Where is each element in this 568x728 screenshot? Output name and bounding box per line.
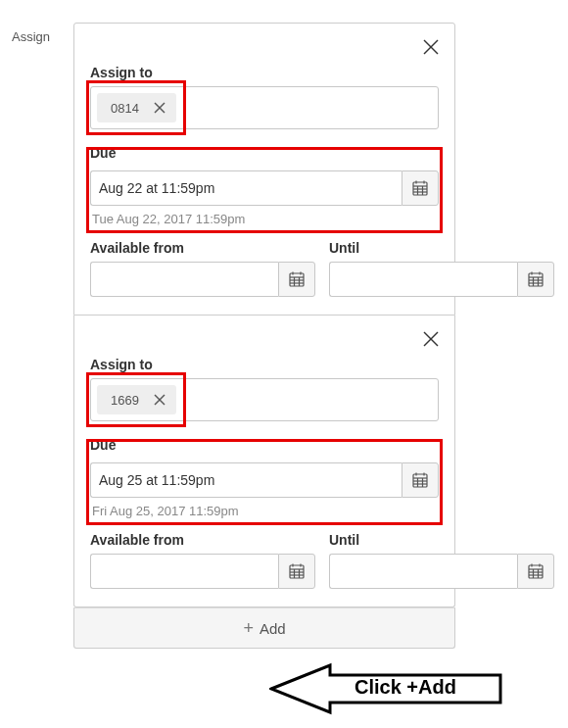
add-button[interactable]: + Add	[73, 607, 455, 649]
due-caption: Tue Aug 22, 2017 11:59pm	[90, 212, 439, 226]
calendar-icon[interactable]	[402, 462, 439, 498]
due-label: Due	[90, 145, 439, 161]
assignee-pill-text: 1669	[111, 393, 139, 408]
due-label: Due	[90, 437, 439, 453]
remove-pill-icon[interactable]	[153, 101, 166, 115]
calendar-icon[interactable]	[517, 554, 554, 589]
remove-pill-icon[interactable]	[153, 393, 166, 407]
assign-panel: Assign to 0814 Due Tue Aug 22, 2017 11:5…	[73, 23, 455, 649]
close-icon[interactable]	[421, 329, 441, 349]
calendar-icon[interactable]	[278, 554, 315, 589]
svg-marker-56	[271, 665, 500, 712]
assignee-pill-text: 0814	[111, 101, 139, 116]
assign-to-label: Assign to	[90, 357, 439, 372]
assign-block: Assign to 1669 Due Fri Aug 25, 2017 11:5…	[73, 315, 455, 607]
until-input[interactable]	[329, 554, 517, 589]
close-icon[interactable]	[421, 37, 441, 57]
page-section-label: Assign	[12, 29, 50, 44]
until-label: Until	[329, 240, 554, 256]
callout-arrow: Click +Add	[269, 661, 563, 720]
assignee-pill: 1669	[97, 385, 176, 414]
until-label: Until	[329, 532, 554, 548]
assign-block: Assign to 0814 Due Tue Aug 22, 2017 11:5…	[73, 23, 455, 315]
until-input[interactable]	[329, 262, 517, 297]
callout-text: Click +Add	[355, 676, 456, 699]
assign-to-input[interactable]: 1669	[90, 378, 439, 421]
assign-to-input[interactable]: 0814	[90, 86, 439, 129]
calendar-icon[interactable]	[517, 262, 554, 297]
available-from-label: Available from	[90, 532, 315, 548]
assignee-pill: 0814	[97, 93, 176, 122]
calendar-icon[interactable]	[402, 170, 439, 206]
add-label: Add	[260, 620, 286, 637]
due-caption: Fri Aug 25, 2017 11:59pm	[90, 504, 439, 518]
available-from-label: Available from	[90, 240, 315, 256]
due-date-input[interactable]	[90, 170, 402, 206]
due-date-input[interactable]	[90, 462, 402, 498]
available-from-input[interactable]	[90, 554, 278, 589]
calendar-icon[interactable]	[278, 262, 315, 297]
assign-to-label: Assign to	[90, 65, 439, 80]
available-from-input[interactable]	[90, 262, 278, 297]
plus-icon: +	[243, 619, 254, 637]
